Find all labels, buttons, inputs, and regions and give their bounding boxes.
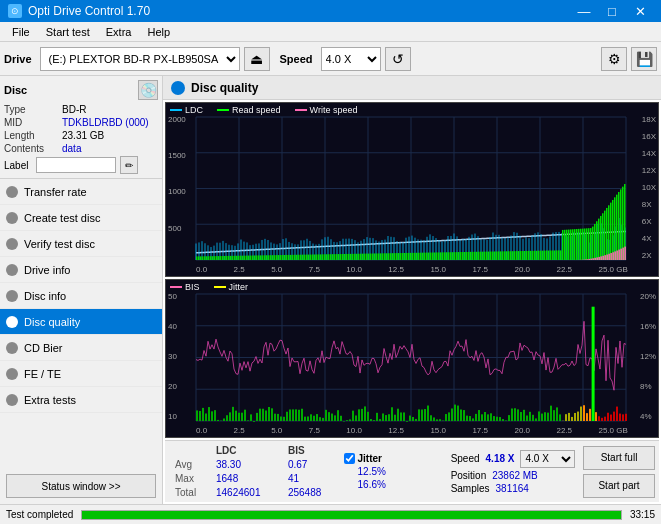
jitter-checkbox[interactable] [344, 453, 355, 464]
app-title: Opti Drive Control 1.70 [28, 4, 150, 18]
ldc-legend-label: LDC [185, 105, 203, 115]
lower-chart: BIS Jitter 20% 16% 12% 8% 4% [165, 279, 659, 438]
menu-extra[interactable]: Extra [98, 24, 140, 40]
maximize-button[interactable]: □ [599, 1, 625, 21]
bis-legend-color [170, 286, 182, 288]
upper-y-right-axis: 18X 16X 14X 12X 10X 8X 6X 4X 2X [642, 115, 656, 260]
disc-contents-value: data [62, 143, 158, 154]
content-area: Disc quality LDC Read speed Wri [163, 76, 661, 504]
sidebar-item-disc-quality[interactable]: Disc quality [0, 309, 162, 335]
nav-items: Transfer rate Create test disc Verify te… [0, 179, 162, 413]
extra-tests-label: Extra tests [24, 394, 76, 406]
speed-current-value: 4.18 X [486, 453, 515, 464]
disc-label-button[interactable]: ✏ [120, 156, 138, 174]
disc-info-label: Disc info [24, 290, 66, 302]
legend-write-speed: Write speed [295, 105, 358, 115]
jitter-legend-label: Jitter [229, 282, 249, 292]
jitter-header: Jitter [344, 453, 445, 464]
disc-length-row: Length 23.31 GB [4, 130, 158, 141]
drive-label: Drive [4, 53, 32, 65]
disc-type-value: BD-R [62, 104, 158, 115]
title-bar: ⊙ Opti Drive Control 1.70 — □ ✕ [0, 0, 661, 22]
bis-legend-label: BIS [185, 282, 200, 292]
disc-mid-row: MID TDKBLDRBD (000) [4, 117, 158, 128]
lower-x-axis: 0.0 2.5 5.0 7.5 10.0 12.5 15.0 17.5 20.0… [196, 426, 628, 435]
samples-label: Samples [451, 483, 490, 494]
progress-fill [82, 511, 621, 519]
disc-mid-label: MID [4, 117, 62, 128]
start-part-button[interactable]: Start part [583, 474, 655, 498]
disc-info-icon [6, 290, 18, 302]
eject-button[interactable]: ⏏ [244, 47, 270, 71]
samples-value: 381164 [496, 483, 529, 494]
sidebar-item-transfer-rate[interactable]: Transfer rate [0, 179, 162, 205]
create-test-disc-icon [6, 212, 18, 224]
status-text: Test completed [6, 509, 73, 520]
stats-header-empty [169, 443, 206, 457]
create-test-disc-label: Create test disc [24, 212, 100, 224]
cd-bier-icon [6, 342, 18, 354]
progress-bar-container [81, 510, 622, 520]
time-display: 33:15 [630, 509, 655, 520]
disc-quality-icon [6, 316, 18, 328]
stats-row-max: Max 1648 41 [169, 472, 338, 486]
disc-contents-row: Contents data [4, 143, 158, 154]
sidebar-item-create-test-disc[interactable]: Create test disc [0, 205, 162, 231]
status-window-button[interactable]: Status window >> [6, 474, 156, 498]
write-speed-legend-color [295, 109, 307, 111]
main-layout: Disc 💿 Type BD-R MID TDKBLDRBD (000) Len… [0, 76, 661, 504]
ldc-legend-color [170, 109, 182, 111]
sidebar-item-fe-te[interactable]: FE / TE [0, 361, 162, 387]
sidebar: Disc 💿 Type BD-R MID TDKBLDRBD (000) Len… [0, 76, 163, 504]
title-bar-left: ⊙ Opti Drive Control 1.70 [8, 4, 150, 18]
disc-type-label: Type [4, 104, 62, 115]
disc-label-row: Label ✏ [4, 156, 158, 174]
disc-icon[interactable]: 💿 [138, 80, 158, 100]
speed-target-select[interactable]: 4.0 X [520, 450, 575, 468]
sidebar-item-verify-test-disc[interactable]: Verify test disc [0, 231, 162, 257]
speed-select[interactable]: 4.0 X [321, 47, 381, 71]
drive-info-icon [6, 264, 18, 276]
transfer-rate-icon [6, 186, 18, 198]
drive-select[interactable]: (E:) PLEXTOR BD-R PX-LB950SA 1.06 [40, 47, 240, 71]
disc-label-input[interactable] [36, 157, 116, 173]
options-button[interactable]: ⚙ [601, 47, 627, 71]
sidebar-item-extra-tests[interactable]: Extra tests [0, 387, 162, 413]
stats-header-bis: BIS [278, 443, 338, 457]
samples-row: Samples 381164 [451, 483, 577, 494]
action-buttons: Start full Start part [583, 443, 655, 500]
disc-mid-value: TDKBLDRBD (000) [62, 117, 158, 128]
sidebar-item-drive-info[interactable]: Drive info [0, 257, 162, 283]
speed-label: Speed [280, 53, 313, 65]
speed-info: Speed 4.18 X 4.0 X Position 23862 MB Sam… [451, 443, 577, 500]
disc-label-label: Label [4, 160, 32, 171]
sidebar-item-cd-bier[interactable]: CD Bier [0, 335, 162, 361]
sidebar-item-disc-info[interactable]: Disc info [0, 283, 162, 309]
position-value: 23862 MB [492, 470, 538, 481]
menu-file[interactable]: File [4, 24, 38, 40]
jitter-avg: 12.5% [344, 466, 445, 477]
stats-avg-bis: 0.67 [278, 457, 338, 471]
save-button[interactable]: 💾 [631, 47, 657, 71]
toolbar: Drive (E:) PLEXTOR BD-R PX-LB950SA 1.06 … [0, 42, 661, 76]
read-speed-legend-color [217, 109, 229, 111]
speed-label: Speed [451, 453, 480, 464]
verify-test-disc-label: Verify test disc [24, 238, 95, 250]
menu-start-test[interactable]: Start test [38, 24, 98, 40]
disc-contents-label: Contents [4, 143, 62, 154]
refresh-button[interactable]: ↺ [385, 47, 411, 71]
upper-x-axis: 0.0 2.5 5.0 7.5 10.0 12.5 15.0 17.5 20.0… [196, 265, 628, 274]
menu-bar: File Start test Extra Help [0, 22, 661, 42]
minimize-button[interactable]: — [571, 1, 597, 21]
stats-total-ldc: 14624601 [206, 486, 278, 500]
disc-type-row: Type BD-R [4, 104, 158, 115]
lower-chart-canvas [166, 280, 658, 437]
close-button[interactable]: ✕ [627, 1, 653, 21]
start-full-button[interactable]: Start full [583, 446, 655, 470]
fe-te-label: FE / TE [24, 368, 61, 380]
stats-row-total: Total 14624601 256488 [169, 486, 338, 500]
charts-container: LDC Read speed Write speed 18X 16X [163, 100, 661, 504]
content-header: Disc quality [163, 76, 661, 100]
menu-help[interactable]: Help [139, 24, 178, 40]
jitter-label: Jitter [358, 453, 382, 464]
